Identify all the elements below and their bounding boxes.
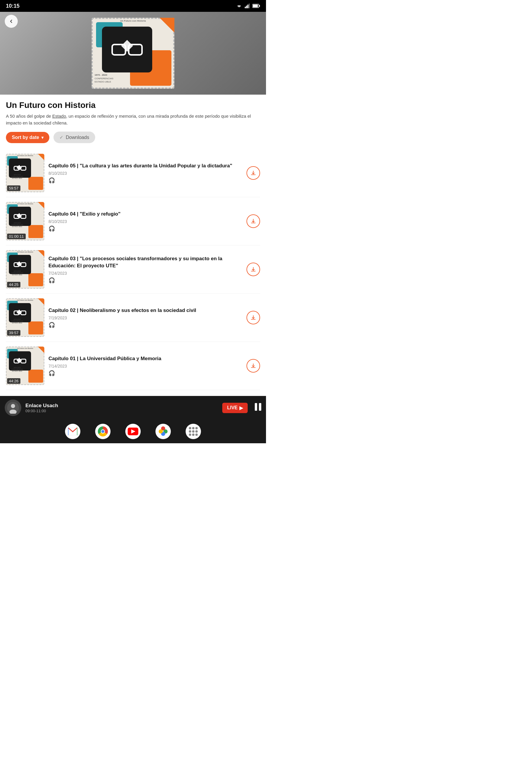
episode-list: Un Futuro con Historia 1973-2023 CONFERE… <box>6 149 260 390</box>
now-playing-info: Enlace Usach 09:00-11:00 <box>25 403 218 413</box>
podcast-title: Un Futuro con Historia <box>6 101 260 110</box>
headphone-icon: 🎧 <box>48 225 242 232</box>
now-playing-bar: Enlace Usach 09:00-11:00 LIVE ▶ <box>0 396 266 420</box>
apps-grid-logo <box>189 427 198 436</box>
android-nav-bar <box>0 420 266 443</box>
status-time: 10:15 <box>6 3 19 9</box>
episode-thumbnail[interactable]: Un Futuro con Historia 1973-2023 CONFERE… <box>6 202 44 240</box>
episode-date: 7/19/2023 <box>48 316 242 320</box>
photos-logo <box>158 426 168 437</box>
now-playing-avatar <box>5 400 21 416</box>
downloads-label: Downloads <box>66 135 89 140</box>
check-icon: ✓ <box>59 135 63 140</box>
download-button[interactable] <box>247 359 260 373</box>
main-content: Un Futuro con Historia A 50 años del gol… <box>0 95 266 390</box>
episode-info: Capítulo 01 | La Universidad Pública y M… <box>48 355 242 377</box>
episode-duration: 39:57 <box>7 330 20 336</box>
pause-icon <box>255 403 261 411</box>
episode-thumbnail[interactable]: Un Futuro con Historia 1973-2023 CONFERE… <box>6 298 44 337</box>
hero-image: 1973 - 2023 CONFERENCIAS ESTADO-UBLE Un … <box>0 12 266 95</box>
downloads-button[interactable]: ✓ Downloads <box>53 132 95 143</box>
gmail-icon[interactable] <box>65 424 80 439</box>
download-button[interactable] <box>247 214 260 228</box>
live-button[interactable]: LIVE ▶ <box>222 403 248 413</box>
episode-date: 7/24/2023 <box>48 271 242 276</box>
svg-rect-6 <box>259 5 260 7</box>
episode-duration: 44:25 <box>7 282 20 288</box>
chevron-down-icon: ▾ <box>42 135 44 140</box>
episode-duration: 59:57 <box>7 185 20 191</box>
headphone-icon: 🎧 <box>48 177 242 184</box>
episode-duration: 44:26 <box>7 378 20 384</box>
play-icon: ▶ <box>239 405 243 411</box>
svg-rect-0 <box>245 7 246 8</box>
svg-rect-1 <box>246 6 248 8</box>
download-button[interactable] <box>247 311 260 324</box>
episode-title[interactable]: Capítulo 05 | "La cultura y las artes du… <box>48 162 242 169</box>
youtube-logo <box>128 428 138 435</box>
avatar-icon <box>7 402 19 414</box>
episode-item: Un Futuro con Historia 1973-2023 CONFERE… <box>6 197 260 245</box>
episode-info: Capítulo 03 | "Los procesos sociales tra… <box>48 255 242 284</box>
svg-point-8 <box>11 404 15 408</box>
now-playing-title[interactable]: Enlace Usach <box>25 403 218 409</box>
battery-icon <box>252 4 260 8</box>
download-button[interactable] <box>247 166 260 180</box>
pause-button[interactable] <box>255 403 261 413</box>
download-button[interactable] <box>247 262 260 276</box>
filter-row: Sort by date ▾ ✓ Downloads <box>6 132 260 143</box>
episode-title[interactable]: Capítulo 03 | "Los procesos sociales tra… <box>48 255 242 269</box>
apps-icon[interactable] <box>186 424 201 439</box>
status-bar: 10:15 <box>0 0 266 12</box>
episode-thumbnail[interactable]: Un Futuro con Historia 1973-2023 CONFERE… <box>6 347 44 385</box>
svg-rect-3 <box>249 4 250 8</box>
episode-title[interactable]: Capítulo 02 | Neoliberalismo y sus efect… <box>48 307 242 314</box>
download-icon <box>250 170 256 176</box>
google-photos-icon[interactable] <box>156 424 171 439</box>
wifi-icon <box>236 4 242 8</box>
podcast-description: A 50 años del golpe de Estado, un espaci… <box>6 113 260 126</box>
episode-info: Capítulo 04 | "Exilio y refugio" 8/10/20… <box>48 211 242 232</box>
headphone-icon: 🎧 <box>48 277 242 284</box>
download-icon <box>250 363 256 369</box>
estado-link[interactable]: Estado <box>52 113 66 119</box>
episode-date: 8/10/2023 <box>48 171 242 176</box>
live-label: LIVE <box>227 405 238 410</box>
download-icon <box>250 266 256 272</box>
episode-duration: 01:00:11 <box>7 234 26 239</box>
youtube-icon[interactable] <box>125 424 141 439</box>
svg-rect-10 <box>255 403 257 411</box>
episode-date: 7/14/2023 <box>48 364 242 369</box>
episode-item: Un Futuro con Historia 1973-2023 CONFERE… <box>6 294 260 342</box>
sort-by-date-button[interactable]: Sort by date ▾ <box>6 132 49 143</box>
download-icon <box>250 218 256 224</box>
download-icon <box>250 315 256 320</box>
episode-thumbnail[interactable]: Un Futuro con Historia 1973-2023 CONFERE… <box>6 250 44 288</box>
episode-date: 8/10/2023 <box>48 219 242 224</box>
chrome-logo <box>98 426 108 437</box>
episode-item: Un Futuro con Historia 1973-2023 CONFERE… <box>6 149 260 197</box>
signal-icon <box>245 4 250 8</box>
episode-thumbnail[interactable]: Un Futuro con Historia 1973-2023 CONFERE… <box>6 154 44 192</box>
episode-info: Capítulo 05 | "La cultura y las artes du… <box>48 162 242 184</box>
chrome-icon[interactable] <box>95 424 110 439</box>
svg-rect-11 <box>259 403 261 411</box>
episode-info: Capítulo 02 | Neoliberalismo y sus efect… <box>48 307 242 328</box>
svg-rect-2 <box>248 5 249 8</box>
episode-item: Un Futuro con Historia 1973-2023 CONFERE… <box>6 342 260 390</box>
gmail-logo <box>68 428 77 435</box>
back-button[interactable] <box>5 15 18 28</box>
episode-title[interactable]: Capítulo 01 | La Universidad Pública y M… <box>48 355 242 362</box>
headphone-icon: 🎧 <box>48 322 242 328</box>
svg-rect-5 <box>253 5 258 7</box>
sort-by-date-label: Sort by date <box>12 135 39 140</box>
episode-item: Un Futuro con Historia 1973-2023 CONFERE… <box>6 245 260 294</box>
episode-title[interactable]: Capítulo 04 | "Exilio y refugio" <box>48 211 242 218</box>
status-icons <box>236 4 260 8</box>
now-playing-time: 09:00-11:00 <box>25 409 218 413</box>
headphone-icon: 🎧 <box>48 370 242 377</box>
